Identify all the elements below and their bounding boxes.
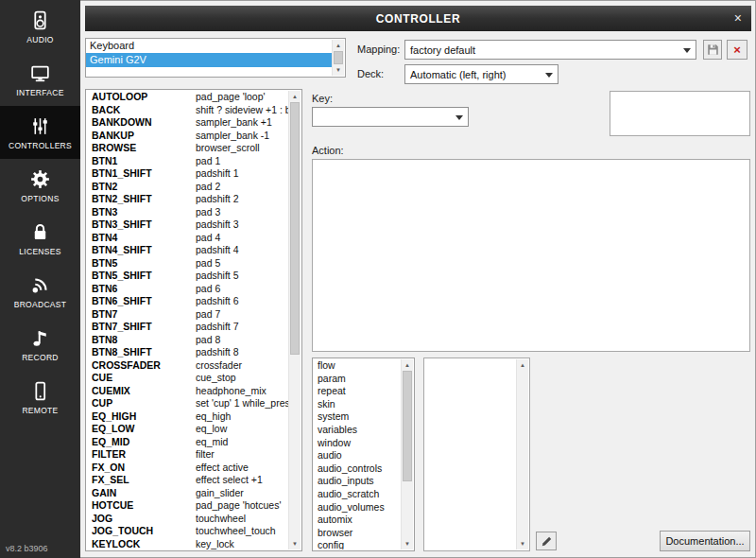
category-item[interactable]: audio_controls: [313, 462, 401, 476]
category-item[interactable]: audio_scratch: [313, 488, 401, 501]
pencil-icon: [541, 535, 553, 548]
category-item[interactable]: automix: [313, 514, 401, 527]
key-row[interactable]: EQ_MIDeq_mid: [86, 436, 288, 449]
key-row[interactable]: BTN5_SHIFTpadshift 5: [86, 270, 288, 283]
key-dropdown[interactable]: [312, 107, 469, 127]
scroll-up-icon[interactable]: ▲: [333, 40, 344, 51]
category-item[interactable]: config: [313, 539, 401, 549]
sidebar-item-options[interactable]: OPTIONS: [0, 159, 80, 212]
key-row[interactable]: BTN7_SHIFTpadshift 7: [86, 321, 288, 334]
key-row[interactable]: BTN2_SHIFTpadshift 2: [86, 193, 288, 206]
key-action: headphone_mix: [196, 385, 288, 398]
key-row[interactable]: CUPset 'cup' 1 while_press: [86, 397, 288, 410]
mapping-dropdown[interactable]: factory default: [404, 40, 696, 60]
key-row[interactable]: CROSSFADERcrossfader: [86, 359, 288, 373]
scroll-down-icon[interactable]: ▼: [289, 538, 301, 549]
key-row[interactable]: BTN3pad 3: [86, 206, 288, 219]
key-row[interactable]: BROWSEbrowser_scroll: [86, 142, 288, 155]
documentation-button[interactable]: Documentation...: [660, 531, 750, 551]
key-row[interactable]: BTN8pad 8: [86, 334, 288, 347]
scrollbar-thumb[interactable]: [403, 371, 412, 481]
key-row[interactable]: BTN1pad 1: [86, 155, 288, 168]
key-row[interactable]: BTN2pad 2: [86, 181, 288, 194]
sidebar-item-label: OPTIONS: [21, 194, 59, 203]
scroll-down-icon[interactable]: ▼: [402, 538, 413, 549]
key-row[interactable]: BTN4_SHIFTpadshift 4: [86, 244, 288, 257]
category-item[interactable]: variables: [313, 424, 401, 437]
category-item[interactable]: param: [313, 373, 401, 386]
key-row[interactable]: BTN6_SHIFTpadshift 6: [86, 295, 288, 308]
category-item[interactable]: repeat: [313, 385, 401, 398]
key-row[interactable]: BACKshift ? sideview +1 : br: [86, 104, 288, 117]
key-name: JOG_TOUCH: [92, 525, 196, 538]
key-row[interactable]: AUTOLOOPpad_page 'loop': [86, 91, 288, 104]
gear-icon: [28, 167, 52, 191]
key-row[interactable]: CUEMIXheadphone_mix: [86, 385, 288, 398]
key-action: pad 7: [196, 308, 288, 322]
deck-dropdown[interactable]: Automatic (left, right): [404, 64, 558, 84]
edit-action-button[interactable]: [536, 532, 557, 550]
devices-scrollbar[interactable]: ▲ ▼: [332, 40, 344, 76]
key-row[interactable]: EQ_HIGHeq_high: [86, 410, 288, 424]
sidebar-item-record[interactable]: RECORD: [0, 318, 80, 371]
key-action: gain_slider: [196, 487, 288, 500]
key-row[interactable]: BTN4pad 4: [86, 232, 288, 245]
key-row[interactable]: BTN3_SHIFTpadshift 3: [86, 218, 288, 232]
key-row[interactable]: BANKDOWNsampler_bank +1: [86, 116, 288, 130]
key-row[interactable]: CUEcue_stop: [86, 372, 288, 385]
category-item[interactable]: audio_inputs: [313, 475, 401, 488]
scroll-up-icon[interactable]: ▲: [289, 91, 301, 102]
settings-window: AUDIO INTERFACE: [0, 0, 756, 558]
key-row[interactable]: BTN1_SHIFTpadshift 1: [86, 167, 288, 181]
action-textarea[interactable]: [312, 159, 750, 352]
key-name: GAIN: [92, 487, 196, 500]
category-item[interactable]: audio: [313, 449, 401, 462]
key-row[interactable]: BTN8_SHIFTpadshift 8: [86, 346, 288, 359]
sidebar-item-controllers[interactable]: CONTROLLERS: [0, 106, 80, 159]
key-row[interactable]: FILTERfilter: [86, 448, 288, 462]
key-row[interactable]: BANKUPsampler_bank -1: [86, 130, 288, 143]
close-icon[interactable]: ×: [734, 9, 742, 26]
key-name: FILTER: [92, 448, 196, 462]
scroll-up-icon[interactable]: ▲: [402, 359, 413, 371]
mapping-value: factory default: [410, 44, 475, 56]
key-row[interactable]: HOTCUEpad_page 'hotcues': [86, 499, 288, 513]
sidebar-item-interface[interactable]: INTERFACE: [0, 53, 80, 106]
key-row[interactable]: BTN6pad 6: [86, 283, 288, 296]
category-item[interactable]: browser: [313, 527, 401, 540]
key-row[interactable]: EQ_LOWeq_low: [86, 423, 288, 436]
categories-scrollbar[interactable]: ▲ ▼: [401, 359, 413, 549]
sidebar-item-licenses[interactable]: LICENSES: [0, 212, 80, 265]
key-row[interactable]: JOGtouchwheel: [86, 513, 288, 526]
key-row[interactable]: KEYLOCKkey_lock: [86, 538, 288, 550]
sidebar-item-remote[interactable]: REMOTE: [0, 371, 80, 424]
key-name: HOTCUE: [92, 499, 196, 513]
device-item-keyboard[interactable]: Keyboard: [86, 39, 333, 53]
save-mapping-button[interactable]: [703, 40, 722, 60]
device-item-gemini-g2v[interactable]: Gemini G2V: [86, 53, 333, 67]
key-name: BTN4: [92, 232, 196, 245]
scroll-up-icon[interactable]: ▲: [517, 359, 528, 371]
key-row[interactable]: JOG_TOUCHtouchwheel_touch: [86, 525, 288, 538]
keys-scrollbar[interactable]: ▲ ▼: [288, 91, 301, 549]
category-item[interactable]: window: [313, 437, 401, 450]
key-row[interactable]: GAINgain_slider: [86, 487, 288, 500]
delete-mapping-button[interactable]: ×: [727, 40, 747, 60]
scrollbar-thumb[interactable]: [334, 51, 343, 64]
key-row[interactable]: BTN7pad 7: [86, 308, 288, 322]
key-row[interactable]: FX_ONeffect active: [86, 462, 288, 475]
sidebar-item-audio[interactable]: AUDIO: [0, 0, 80, 53]
scroll-down-icon[interactable]: ▼: [333, 64, 344, 76]
category-item[interactable]: audio_volumes: [313, 501, 401, 514]
key-name: CUE: [92, 372, 196, 385]
category-item[interactable]: system: [313, 410, 401, 424]
key-name: FX_SEL: [92, 474, 196, 487]
key-row[interactable]: FX_SELeffect select +1: [86, 474, 288, 487]
sublist-scrollbar[interactable]: ▲ ▼: [516, 359, 528, 549]
key-row[interactable]: BTN5pad 5: [86, 257, 288, 270]
scroll-down-icon[interactable]: ▼: [517, 538, 528, 549]
sidebar-item-broadcast[interactable]: BROADCAST: [0, 265, 80, 318]
category-item[interactable]: flow: [313, 359, 401, 373]
category-item[interactable]: skin: [313, 398, 401, 411]
scrollbar-thumb[interactable]: [290, 102, 300, 355]
